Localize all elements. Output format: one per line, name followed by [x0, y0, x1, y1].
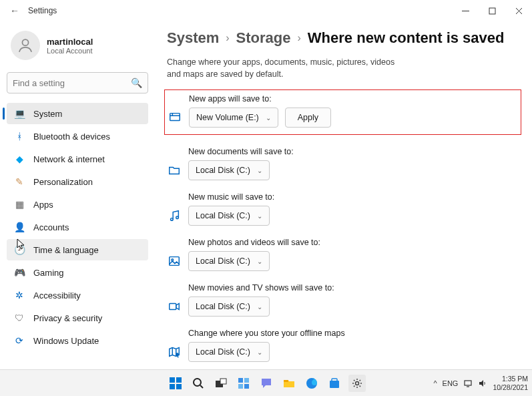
back-button[interactable]: ←: [5, 5, 24, 16]
breadcrumb: System › Storage › Where new content is …: [167, 29, 519, 47]
nav-label: Time & language: [33, 245, 99, 255]
svg-point-8: [176, 353, 179, 357]
dropdown-value: Local Disk (C:): [196, 256, 250, 266]
sidebar-item-accounts[interactable]: 👤Accounts: [7, 216, 148, 238]
svg-rect-18: [238, 384, 243, 389]
search-input[interactable]: [13, 78, 131, 88]
svg-rect-25: [465, 381, 471, 385]
nav-icon: ▦: [13, 199, 25, 210]
sidebar-item-accessibility[interactable]: ✲Accessibility: [7, 284, 148, 306]
svg-point-3: [171, 218, 174, 221]
widgets-icon[interactable]: [235, 375, 252, 392]
store-icon[interactable]: [326, 375, 343, 392]
svg-rect-19: [244, 384, 249, 389]
sidebar-item-bluetooth-devices[interactable]: ᚼBluetooth & devices: [7, 126, 148, 147]
nav-label: Apps: [33, 200, 53, 210]
drive-dropdown[interactable]: Local Disk (C:)⌄: [188, 342, 270, 362]
chevron-down-icon: ⌄: [257, 349, 262, 356]
setting-row: New music will save to:Local Disk (C:)⌄: [167, 192, 519, 226]
sidebar-item-time-language[interactable]: 🕘Time & language: [7, 239, 148, 260]
setting-label: New documents will save to:: [188, 147, 294, 156]
search-icon: 🔍: [131, 77, 142, 88]
svg-rect-12: [176, 384, 182, 389]
setting-row: New movies and TV shows will save to:Loc…: [167, 283, 519, 317]
sidebar-item-gaming[interactable]: 🎮Gaming: [7, 262, 148, 283]
search-box[interactable]: 🔍: [7, 72, 148, 93]
svg-rect-5: [170, 257, 180, 266]
chevron-down-icon: ⌄: [266, 114, 271, 122]
settings-taskbar-icon[interactable]: [348, 375, 366, 392]
drive-dropdown[interactable]: Local Disk (C:)⌄: [188, 206, 270, 226]
user-panel[interactable]: martinlocal Local Account: [7, 24, 148, 72]
chevron-down-icon: ⌄: [257, 258, 262, 265]
dropdown-value: Local Disk (C:): [196, 166, 250, 175]
window-controls: [452, 0, 532, 21]
sidebar-item-windows-update[interactable]: ⟳Windows Update: [7, 330, 148, 351]
maximize-button[interactable]: [479, 0, 505, 21]
minimize-button[interactable]: [452, 0, 479, 21]
tray-language[interactable]: ENG: [443, 379, 459, 387]
setting-row: New documents will save to:Local Disk (C…: [167, 147, 519, 180]
nav-label: Privacy & security: [33, 313, 102, 323]
user-name: martinlocal: [47, 37, 93, 47]
drive-dropdown[interactable]: Local Disk (C:)⌄: [188, 251, 270, 271]
nav-icon: 💻: [13, 108, 25, 119]
svg-rect-2: [170, 114, 180, 121]
nav-icon: 👤: [13, 222, 25, 232]
sidebar: martinlocal Local Account 🔍 💻SystemᚼBlue…: [0, 21, 155, 369]
sidebar-item-privacy-security[interactable]: 🛡Privacy & security: [7, 307, 148, 329]
setting-label: New apps will save to:: [189, 94, 331, 104]
taskbar-search-icon[interactable]: [190, 375, 207, 392]
nav-label: Network & internet: [33, 154, 105, 164]
svg-point-24: [355, 381, 358, 385]
clock[interactable]: 1:35 PM 10/28/2021: [493, 375, 528, 391]
image-icon: [167, 254, 182, 268]
sidebar-item-apps[interactable]: ▦Apps: [7, 194, 148, 215]
setting-row: Change where you store your offline maps…: [167, 329, 519, 362]
user-account-type: Local Account: [47, 47, 93, 55]
edge-icon[interactable]: [303, 375, 320, 392]
chat-icon[interactable]: [258, 375, 275, 392]
music-icon: [167, 208, 182, 223]
nav-label: System: [33, 109, 62, 119]
apply-button[interactable]: Apply: [285, 108, 331, 128]
nav-icon: ◆: [13, 154, 25, 164]
network-icon[interactable]: [463, 379, 473, 388]
svg-rect-7: [170, 304, 176, 310]
svg-rect-0: [489, 8, 495, 14]
volume-icon[interactable]: [478, 379, 487, 388]
svg-rect-23: [332, 379, 337, 381]
nav-icon: ✎: [13, 176, 25, 187]
sidebar-item-network-internet[interactable]: ◆Network & internet: [7, 148, 148, 170]
svg-rect-11: [170, 384, 175, 389]
setting-label: New photos and videos will save to:: [188, 238, 320, 247]
drive-dropdown[interactable]: Local Disk (C:)⌄: [188, 296, 270, 317]
task-view-icon[interactable]: [212, 375, 230, 392]
svg-point-13: [194, 379, 201, 386]
drive-dropdown[interactable]: New Volume (E:)⌄: [189, 108, 278, 128]
nav-icon: ✲: [13, 290, 25, 301]
breadcrumb-storage[interactable]: Storage: [236, 29, 291, 47]
nav-icon: 🛡: [13, 313, 25, 323]
dropdown-value: Local Disk (C:): [196, 302, 250, 311]
nav-label: Bluetooth & devices: [33, 132, 110, 142]
setting-row: New apps will save to:New Volume (E:)⌄Ap…: [164, 89, 521, 135]
video-icon: [167, 299, 182, 314]
drive-dropdown[interactable]: Local Disk (C:)⌄: [188, 160, 270, 180]
breadcrumb-system[interactable]: System: [167, 29, 219, 47]
sidebar-item-personalization[interactable]: ✎Personalization: [7, 171, 148, 192]
dropdown-value: Local Disk (C:): [196, 347, 250, 357]
close-button[interactable]: [505, 0, 532, 21]
page-description: Change where your apps, documents, music…: [167, 56, 407, 80]
explorer-icon[interactable]: [280, 375, 298, 392]
svg-rect-9: [170, 377, 175, 383]
chevron-down-icon: ⌄: [257, 212, 262, 220]
svg-rect-17: [244, 378, 249, 383]
nav-label: Accounts: [33, 222, 69, 232]
clock-date: 10/28/2021: [493, 383, 528, 391]
sidebar-item-system[interactable]: 💻System: [7, 103, 148, 124]
tray-chevron[interactable]: ^: [433, 379, 437, 387]
main-panel: System › Storage › Where new content is …: [155, 21, 532, 369]
start-button[interactable]: [167, 375, 184, 392]
dropdown-value: New Volume (E:): [196, 113, 259, 122]
